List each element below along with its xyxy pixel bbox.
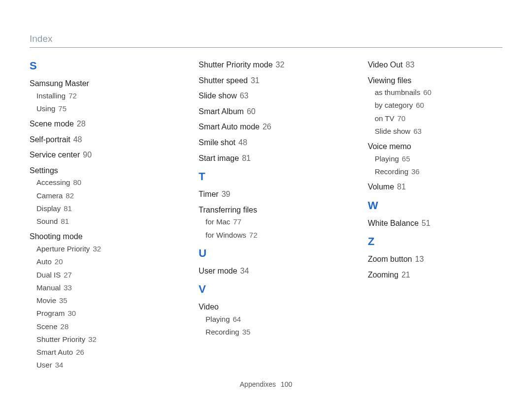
index-entry-label: Shooting mode: [30, 232, 83, 241]
index-sub-entry: Dual IS27: [36, 270, 164, 280]
index-entry-label: Smart Album: [199, 107, 244, 116]
index-entry-label: Voice memo: [368, 142, 411, 151]
index-sub-label: Using: [36, 104, 55, 113]
index-sub-page: 81: [64, 204, 72, 213]
index-sub-label: for Windows: [205, 231, 246, 239]
index-sub-entry: for Windows72: [205, 230, 333, 240]
index-sub-entry: as thumbnails60: [375, 88, 502, 97]
index-sub-label: as thumbnails: [375, 88, 421, 96]
index-entry: Self-portrait48: [30, 134, 164, 145]
index-entry-label: Service center: [30, 151, 80, 159]
index-entry-page: 13: [415, 255, 424, 263]
index-sub-list: Aperture Priority32Auto20Dual IS27Manual…: [36, 244, 164, 370]
index-sub-page: 65: [402, 154, 410, 163]
index-entry-page: 31: [251, 76, 260, 85]
index-column: Shutter Priority mode32Shutter speed31Sl…: [199, 60, 333, 375]
index-sub-page: 20: [55, 257, 63, 266]
index-sub-entry: Slide show63: [375, 126, 502, 136]
index-sub-entry: Program30: [36, 308, 164, 318]
index-sub-entry: Recording36: [375, 167, 502, 177]
index-sub-entry: Using75: [36, 104, 164, 114]
index-sub-entry: Accessing80: [36, 178, 164, 187]
index-columns: SSamsung MasterInstalling72Using75Scene …: [30, 60, 502, 375]
page-footer: Appendixes 100: [0, 380, 532, 388]
index-entry-page: 51: [422, 219, 431, 227]
index-entry-label: User mode: [199, 267, 237, 275]
index-entry-page: 63: [240, 92, 249, 100]
index-sub-label: Accessing: [36, 178, 70, 186]
index-sub-entry: Smart Auto26: [36, 347, 164, 357]
index-sub-page: 30: [68, 309, 76, 317]
index-entry: Smart Auto mode26: [199, 122, 333, 132]
index-entry: Smile shot48: [199, 137, 333, 148]
index-sub-page: 32: [93, 245, 101, 253]
index-sub-page: 36: [411, 167, 420, 176]
index-sub-label: Playing: [205, 315, 230, 323]
index-letter: W: [368, 199, 502, 212]
index-sub-page: 64: [233, 315, 241, 323]
index-entry-label: Video Out: [368, 61, 403, 69]
index-entry-page: 48: [73, 135, 82, 144]
index-entry-page: 34: [240, 267, 249, 275]
index-entry-page: 32: [276, 61, 285, 69]
index-entry: Zooming21: [368, 270, 502, 280]
index-letter: S: [30, 60, 164, 72]
index-sub-label: Display: [36, 204, 61, 213]
index-sub-entry: Scene28: [36, 322, 164, 332]
index-entry-label: Timer: [199, 190, 218, 198]
index-sub-list: Playing65Recording36: [375, 154, 502, 177]
index-entry-label: Self-portrait: [30, 135, 70, 144]
index-sub-label: Dual IS: [36, 271, 61, 279]
index-entry-page: 81: [242, 154, 251, 162]
index-sub-label: Slide show: [375, 127, 411, 135]
index-entry: Transferring filesfor Mac77for Windows72: [199, 205, 333, 240]
index-entry-label: Start image: [199, 154, 239, 162]
index-sub-label: Sound: [36, 217, 58, 225]
index-entry-label: Samsung Master: [30, 79, 89, 88]
index-entry-label: Zooming: [368, 271, 399, 279]
index-sub-label: Movie: [36, 296, 56, 305]
index-entry-label: White Balance: [368, 219, 419, 227]
index-sub-label: Program: [36, 309, 65, 317]
index-sub-entry: for Mac77: [205, 217, 333, 227]
index-sub-entry: Manual33: [36, 283, 164, 293]
index-sub-entry: by category60: [375, 100, 502, 110]
index-sub-label: Installing: [36, 92, 66, 100]
index-sub-entry: Installing72: [36, 91, 164, 101]
index-sub-entry: Recording35: [205, 327, 333, 337]
index-sub-entry: Playing65: [375, 154, 502, 164]
footer-page: 100: [281, 380, 292, 388]
index-entry-page: 28: [77, 120, 86, 128]
index-sub-list: for Mac77for Windows72: [205, 217, 333, 240]
index-entry: Smart Album60: [199, 106, 333, 117]
index-sub-label: Recording: [205, 328, 239, 336]
index-entry: VideoPlaying64Recording35: [199, 302, 333, 337]
index-sub-page: 72: [68, 92, 77, 100]
index-entry-label: Scene mode: [30, 120, 74, 128]
index-sub-label: Auto: [36, 257, 52, 266]
index-sub-page: 35: [242, 328, 251, 336]
index-sub-entry: Movie35: [36, 296, 164, 306]
index-sub-page: 33: [64, 283, 72, 292]
index-sub-page: 27: [64, 271, 72, 279]
index-sub-page: 28: [61, 322, 69, 331]
index-entry: Scene mode28: [30, 119, 164, 129]
index-sub-page: 72: [249, 231, 258, 239]
index-sub-entry: Auto20: [36, 257, 164, 267]
index-entry-label: Volume: [368, 183, 394, 191]
index-entry: Voice memoPlaying65Recording36: [368, 141, 502, 177]
index-sub-label: Manual: [36, 283, 61, 292]
index-sub-label: by category: [375, 101, 413, 109]
index-letter: Z: [368, 235, 502, 248]
index-entry-page: 90: [83, 151, 92, 159]
index-sub-entry: Aperture Priority32: [36, 244, 164, 254]
index-entry-label: Settings: [30, 166, 58, 175]
index-entry-label: Slide show: [199, 92, 236, 100]
index-entry: Samsung MasterInstalling72Using75: [30, 78, 164, 114]
index-entry: Service center90: [30, 150, 164, 160]
index-sub-label: Scene: [36, 322, 58, 331]
index-sub-page: 34: [55, 361, 64, 369]
index-sub-entry: Shutter Priority32: [36, 335, 164, 344]
page-header: Index: [30, 33, 502, 48]
index-sub-page: 75: [58, 104, 66, 113]
